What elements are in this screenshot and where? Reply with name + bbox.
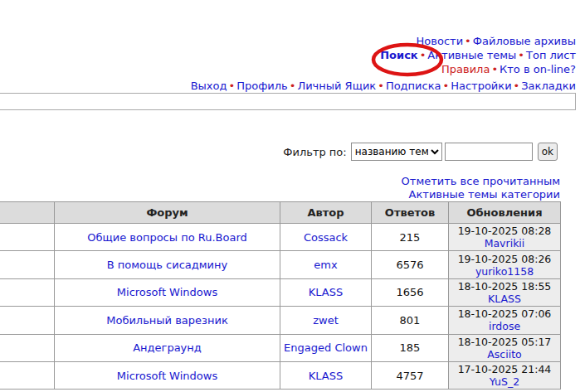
nav-link-file-archives[interactable]: Файловые архивы bbox=[473, 35, 576, 47]
filter-ok-button[interactable]: ok bbox=[538, 143, 558, 161]
updates-cell: 19-10-2025 08:28 Mavrikii bbox=[449, 224, 561, 251]
update-date: 19-10-2025 08:26 bbox=[451, 253, 558, 265]
updates-cell: 17-10-2025 21:44 YuS_2 bbox=[449, 361, 561, 389]
nav-link-private-box[interactable]: Личный Ящик bbox=[297, 80, 376, 92]
forum-link[interactable]: Общие вопросы по Ru.Board bbox=[87, 231, 247, 244]
header-author: Автор bbox=[280, 202, 372, 224]
nav-line-2: Поиск•Активные темы•Топ лист bbox=[380, 48, 576, 62]
topic-cell bbox=[0, 278, 55, 306]
table-row: Microsoft Windows KLASS 1656 18-10-2025 … bbox=[0, 278, 561, 306]
nav-line-3: Правила•Кто в on-line? bbox=[380, 62, 576, 76]
topic-cell bbox=[0, 224, 55, 251]
table-header-row: Форум Автор Ответов Обновления bbox=[0, 202, 561, 224]
update-date: 18-10-2025 18:55 bbox=[451, 280, 558, 293]
header-updates: Обновления bbox=[449, 202, 561, 224]
topic-cell bbox=[0, 251, 55, 278]
bullet-separator: • bbox=[376, 80, 386, 92]
header-replies: Ответов bbox=[372, 202, 449, 224]
nav-link-bookmarks[interactable]: Закладки bbox=[521, 80, 576, 92]
update-date: 19-10-2025 08:28 bbox=[451, 225, 558, 237]
last-poster-link[interactable]: KLASS bbox=[488, 293, 521, 305]
filter-label: Фильтр по: bbox=[283, 146, 346, 158]
header-forum: Форум bbox=[55, 202, 280, 224]
nav-link-search[interactable]: Поиск bbox=[380, 49, 417, 61]
table-row: Microsoft Windows KLASS 4757 17-10-2025 … bbox=[0, 361, 561, 389]
last-poster-link[interactable]: irdose bbox=[489, 320, 520, 332]
nav-link-top-list[interactable]: Топ лист bbox=[526, 49, 576, 61]
bullet-separator: • bbox=[490, 63, 500, 75]
nav-link-profile[interactable]: Профиль bbox=[236, 80, 288, 92]
nav-link-whos-online[interactable]: Кто в on-line? bbox=[500, 63, 576, 75]
bullet-separator: • bbox=[288, 80, 298, 92]
header-topic bbox=[0, 202, 55, 224]
nav-link-rules[interactable]: Правила bbox=[441, 63, 490, 75]
replies-count: 215 bbox=[372, 224, 449, 251]
forum-link[interactable]: Microsoft Windows bbox=[117, 286, 217, 298]
last-poster-link[interactable]: Mavrikii bbox=[485, 237, 525, 249]
topic-cell bbox=[0, 334, 55, 361]
replies-count: 1656 bbox=[372, 278, 449, 306]
updates-cell: 18-10-2025 05:17 Asciito bbox=[449, 334, 561, 361]
bullet-separator: • bbox=[512, 80, 522, 92]
forum-link[interactable]: Microsoft Windows bbox=[117, 370, 217, 382]
update-date: 18-10-2025 07:06 bbox=[451, 307, 558, 320]
nav-link-logout[interactable]: Выход bbox=[191, 80, 227, 92]
updates-cell: 19-10-2025 08:26 yuriko1158 bbox=[449, 251, 561, 278]
author-link[interactable]: Engaged Clown bbox=[284, 341, 368, 354]
mark-all-read-link[interactable]: Отметить все прочитанным bbox=[402, 175, 560, 188]
table-row: В помощь сисадмину emx 6576 19-10-2025 0… bbox=[0, 251, 561, 278]
bullet-separator: • bbox=[441, 80, 451, 92]
bullet-separator: • bbox=[227, 80, 237, 92]
forum-page: Новости•Файловые архивы Поиск•Активные т… bbox=[0, 0, 580, 392]
filter-type-select[interactable]: названию темы bbox=[351, 143, 442, 161]
replies-count: 185 bbox=[372, 334, 449, 361]
bullet-separator: • bbox=[516, 49, 526, 61]
update-date: 17-10-2025 21:44 bbox=[451, 363, 558, 375]
user-navigation: Выход•Профиль•Личный Ящик•Подписка•Настр… bbox=[191, 80, 576, 92]
forum-link[interactable]: Андеграунд bbox=[133, 341, 202, 354]
updates-cell: 18-10-2025 07:06 irdose bbox=[449, 307, 561, 334]
top-navigation: Новости•Файловые архивы Поиск•Активные т… bbox=[380, 34, 576, 76]
table-row: Общие вопросы по Ru.Board Cossack 215 19… bbox=[0, 224, 561, 251]
author-link[interactable]: zwet bbox=[313, 314, 339, 327]
nav-link-subscription[interactable]: Подписка bbox=[386, 80, 441, 92]
filter-bar: Фильтр по: названию темы ok bbox=[283, 143, 558, 161]
topic-cell bbox=[0, 361, 55, 389]
topic-cell bbox=[0, 307, 55, 334]
updates-cell: 18-10-2025 18:55 KLASS bbox=[449, 278, 561, 306]
author-link[interactable]: KLASS bbox=[309, 370, 343, 382]
active-topics-category-link[interactable]: Активные темы категории bbox=[402, 188, 560, 201]
table-row: Андеграунд Engaged Clown 185 18-10-2025 … bbox=[0, 334, 561, 361]
author-link[interactable]: Cossack bbox=[304, 231, 348, 244]
forum-link[interactable]: В помощь сисадмину bbox=[107, 259, 227, 271]
author-link[interactable]: emx bbox=[314, 259, 337, 271]
filter-query-input[interactable] bbox=[445, 143, 533, 161]
nav-link-settings[interactable]: Настройки bbox=[451, 80, 511, 92]
bullet-separator: • bbox=[418, 49, 428, 61]
nav-line-1: Новости•Файловые архивы bbox=[380, 34, 576, 48]
last-poster-link[interactable]: YuS_2 bbox=[490, 375, 519, 388]
replies-count: 6576 bbox=[372, 251, 449, 278]
forum-link[interactable]: Мобильный варезник bbox=[106, 314, 228, 327]
update-date: 18-10-2025 05:17 bbox=[451, 336, 558, 348]
author-link[interactable]: KLASS bbox=[309, 286, 343, 298]
empty-input-bar[interactable] bbox=[0, 93, 576, 110]
nav-link-news[interactable]: Новости bbox=[417, 35, 464, 47]
bullet-separator: • bbox=[463, 35, 473, 47]
active-topics-table: Форум Автор Ответов Обновления Общие воп… bbox=[0, 201, 561, 390]
last-poster-link[interactable]: Asciito bbox=[487, 348, 521, 361]
last-poster-link[interactable]: yuriko1158 bbox=[475, 265, 534, 278]
replies-count: 801 bbox=[372, 307, 449, 334]
category-action-links: Отметить все прочитанным Активные темы к… bbox=[402, 175, 560, 201]
table-row: Мобильный варезник zwet 801 18-10-2025 0… bbox=[0, 307, 561, 334]
replies-count: 4757 bbox=[372, 361, 449, 389]
nav-link-active-topics[interactable]: Активные темы bbox=[427, 49, 516, 61]
